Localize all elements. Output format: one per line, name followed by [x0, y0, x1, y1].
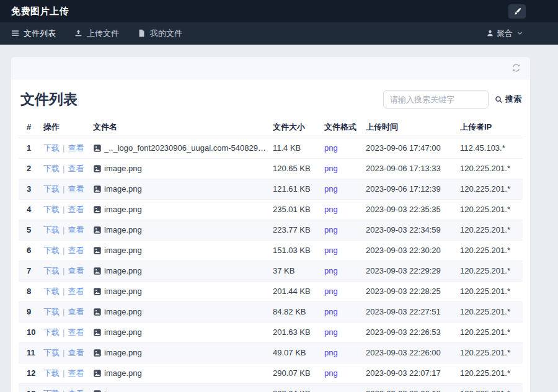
download-link[interactable]: 下载 — [43, 389, 60, 392]
format-link[interactable]: png — [324, 368, 338, 378]
format-link[interactable]: png — [324, 389, 338, 392]
format-link[interactable]: png — [324, 143, 338, 153]
download-link[interactable]: 下载 — [43, 184, 60, 194]
page-title: 文件列表 — [20, 90, 78, 109]
filename-text: image.png — [104, 205, 142, 214]
row-filename-cell: image.png — [93, 179, 273, 199]
view-link[interactable]: 查看 — [68, 389, 84, 392]
table-body: 1 下载|查看 _.._logo_font20230906_uugai.com-… — [19, 138, 523, 392]
file-table: # 操作 文件名 文件大小 文件格式 上传时间 上传者IP 1 下载|查看 — [19, 120, 523, 392]
view-link[interactable]: 查看 — [68, 143, 84, 153]
view-link[interactable]: 查看 — [68, 368, 84, 378]
search-area: 搜索 — [383, 90, 521, 109]
row-filename-cell: image.png — [93, 199, 273, 220]
format-link[interactable]: png — [324, 246, 338, 255]
download-link[interactable]: 下载 — [43, 225, 60, 234]
row-index: 4 — [19, 199, 43, 220]
view-link[interactable]: 查看 — [68, 164, 84, 173]
row-format: png — [324, 138, 366, 158]
row-time: 2023-09-03 22:06:18 — [366, 383, 460, 392]
toolbar-row: 文件列表 搜索 — [20, 87, 521, 112]
format-link[interactable]: png — [324, 184, 338, 194]
format-link[interactable]: png — [324, 266, 338, 275]
row-actions: 下载|查看 — [43, 138, 93, 158]
table-row: 13 下载|查看 image.png 263.64 KB png 2023-09… — [19, 383, 523, 392]
table-row: 7 下载|查看 image.png 37 KB png 2023-09-03 2… — [19, 261, 523, 281]
nav-item-my-files[interactable]: 我的文件 — [138, 28, 182, 39]
download-link[interactable]: 下载 — [43, 246, 60, 255]
row-actions: 下载|查看 — [43, 220, 93, 240]
download-link[interactable]: 下载 — [43, 368, 60, 378]
format-link[interactable]: png — [324, 348, 338, 357]
theme-toggle-button[interactable] — [508, 4, 526, 19]
download-link[interactable]: 下载 — [43, 287, 60, 296]
row-format: png — [324, 261, 366, 281]
row-actions: 下载|查看 — [43, 322, 93, 342]
row-filename-cell: image.png — [93, 261, 273, 281]
col-header-filename: 文件名 — [93, 120, 273, 138]
action-separator: | — [63, 348, 64, 357]
format-link[interactable]: png — [324, 225, 338, 234]
row-ip: 120.225.201.* — [460, 240, 523, 261]
nav-items: 文件列表 上传文件 我的文件 — [11, 28, 182, 39]
download-link[interactable]: 下载 — [43, 205, 60, 214]
nav-item-label: 我的文件 — [150, 28, 182, 39]
view-link[interactable]: 查看 — [68, 205, 84, 214]
row-filename-cell: image.png — [93, 342, 273, 363]
row-format: png — [324, 383, 366, 392]
table-header-row: # 操作 文件名 文件大小 文件格式 上传时间 上传者IP — [19, 120, 523, 138]
image-file-icon — [93, 369, 102, 378]
format-link[interactable]: png — [324, 164, 338, 173]
view-link[interactable]: 查看 — [68, 225, 84, 234]
filename-text: image.png — [104, 327, 142, 337]
user-icon — [486, 29, 494, 37]
upload-icon — [74, 29, 82, 37]
table-row: 8 下载|查看 image.png 201.44 KB png 2023-09-… — [19, 281, 523, 301]
row-ip: 120.225.201.* — [460, 220, 523, 240]
format-link[interactable]: png — [324, 307, 338, 316]
view-link[interactable]: 查看 — [68, 266, 84, 275]
action-separator: | — [63, 205, 64, 214]
row-actions: 下载|查看 — [43, 179, 93, 199]
search-input[interactable] — [383, 90, 489, 109]
download-link[interactable]: 下载 — [43, 307, 60, 316]
refresh-button[interactable] — [510, 63, 521, 74]
format-link[interactable]: png — [324, 327, 338, 337]
download-link[interactable]: 下载 — [43, 348, 60, 357]
row-filename-cell: image.png — [93, 383, 273, 392]
row-filename-cell: image.png — [93, 322, 273, 342]
nav-item-file-list[interactable]: 文件列表 — [11, 28, 56, 39]
view-link[interactable]: 查看 — [68, 327, 84, 337]
table-row: 6 下载|查看 image.png 151.03 KB png 2023-09-… — [19, 240, 523, 261]
download-link[interactable]: 下载 — [43, 164, 60, 173]
download-link[interactable]: 下载 — [43, 143, 60, 153]
row-index: 7 — [19, 261, 43, 281]
row-ip: 120.225.201.* — [460, 322, 523, 342]
view-link[interactable]: 查看 — [68, 348, 84, 357]
format-link[interactable]: png — [324, 287, 338, 296]
action-separator: | — [63, 287, 64, 296]
nav-item-upload-file[interactable]: 上传文件 — [74, 28, 119, 39]
search-button[interactable]: 搜索 — [495, 94, 521, 105]
user-menu[interactable]: 聚合 — [486, 28, 523, 39]
view-link[interactable]: 查看 — [68, 287, 84, 296]
format-link[interactable]: png — [324, 205, 338, 214]
view-link[interactable]: 查看 — [68, 307, 84, 316]
brush-icon — [513, 7, 521, 16]
card-header — [11, 57, 530, 79]
action-separator: | — [63, 389, 64, 392]
row-size: 37 KB — [273, 261, 324, 281]
download-link[interactable]: 下载 — [43, 327, 60, 337]
image-file-icon — [93, 328, 102, 337]
download-link[interactable]: 下载 — [43, 266, 60, 275]
row-filename-cell: image.png — [93, 240, 273, 261]
view-link[interactable]: 查看 — [68, 246, 84, 255]
row-size: 235.01 KB — [273, 199, 324, 220]
view-link[interactable]: 查看 — [68, 184, 84, 194]
image-file-icon — [93, 390, 102, 392]
action-separator: | — [63, 164, 64, 173]
row-size: 263.64 KB — [273, 383, 324, 392]
nav-bar: 文件列表 上传文件 我的文件 聚合 — [0, 22, 558, 45]
table-row: 10 下载|查看 image.png 201.63 KB png 2023-09… — [19, 322, 523, 342]
row-time: 2023-09-03 22:34:59 — [366, 220, 460, 240]
